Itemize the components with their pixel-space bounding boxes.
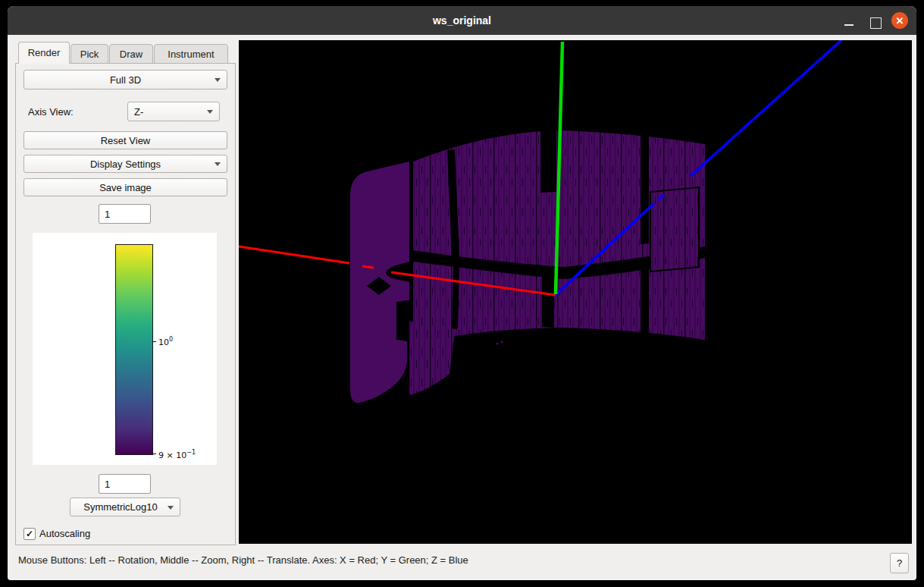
maximize-button[interactable] bbox=[870, 17, 882, 29]
axis-view-label: Axis View: bbox=[28, 106, 74, 118]
chevron-down-icon bbox=[207, 110, 213, 114]
minimize-icon bbox=[844, 24, 854, 26]
axis-view-select[interactable]: Z- bbox=[127, 102, 220, 121]
reset-view-label: Reset View bbox=[101, 135, 151, 146]
status-bar: Mouse Buttons: Left -- Rotation, Middle … bbox=[8, 545, 916, 580]
colorbar-tick-lower: 9 × 10−1 bbox=[158, 449, 196, 460]
minimize-button[interactable] bbox=[842, 17, 856, 27]
colorbar-tick-upper: 100 bbox=[158, 336, 173, 347]
tab-bar: Render Pick Draw Instrument bbox=[18, 42, 229, 64]
chevron-down-icon bbox=[215, 78, 221, 82]
instrument-model bbox=[350, 130, 705, 403]
tab-render[interactable]: Render bbox=[18, 42, 70, 64]
window-title: ws_original bbox=[8, 6, 916, 35]
scale-type-value: SymmetricLog10 bbox=[83, 501, 158, 513]
autoscaling-label: Autoscaling bbox=[39, 528, 90, 539]
axis-view-value: Z- bbox=[134, 106, 143, 118]
tab-instrument[interactable]: Instrument bbox=[154, 44, 228, 64]
instrument-scene bbox=[239, 40, 912, 544]
tab-render-label: Render bbox=[28, 47, 61, 58]
help-button[interactable]: ? bbox=[890, 553, 909, 573]
scale-max-input[interactable]: 1 bbox=[99, 204, 151, 224]
colorbar-tick-mark bbox=[152, 341, 156, 342]
tab-draw[interactable]: Draw bbox=[109, 44, 153, 64]
tab-pick-label: Pick bbox=[80, 49, 99, 60]
chevron-down-icon bbox=[168, 506, 174, 510]
scale-type-select[interactable]: SymmetricLog10 bbox=[70, 498, 180, 516]
scale-max-value: 1 bbox=[105, 209, 110, 220]
help-button-label: ? bbox=[897, 557, 902, 569]
projection-value: Full 3D bbox=[110, 74, 141, 86]
projection-select[interactable]: Full 3D bbox=[23, 70, 227, 89]
tab-instrument-label: Instrument bbox=[168, 49, 214, 60]
title-bar[interactable]: ws_original ✕ bbox=[8, 6, 916, 35]
tab-draw-label: Draw bbox=[120, 49, 143, 60]
save-image-button[interactable]: Save image bbox=[23, 178, 227, 196]
save-image-label: Save image bbox=[99, 182, 152, 193]
colorbar-tick-mark bbox=[152, 454, 156, 454]
scale-min-value: 1 bbox=[105, 479, 110, 490]
status-message: Mouse Buttons: Left -- Rotation, Middle … bbox=[18, 554, 468, 566]
display-settings-button[interactable]: Display Settings bbox=[23, 155, 227, 173]
instrument-view-window: ws_original ✕ Render Pick Draw Instrumen… bbox=[8, 6, 916, 580]
scale-min-input[interactable]: 1 bbox=[99, 474, 151, 494]
tab-pick[interactable]: Pick bbox=[70, 44, 108, 64]
3d-viewport[interactable] bbox=[239, 40, 912, 544]
display-settings-label: Display Settings bbox=[90, 159, 161, 170]
chevron-down-icon bbox=[215, 162, 221, 166]
colorbar-gradient[interactable] bbox=[115, 244, 153, 455]
colorbar-panel: 100 9 × 10−1 bbox=[33, 233, 217, 465]
close-button[interactable]: ✕ bbox=[891, 12, 908, 29]
close-icon: ✕ bbox=[896, 15, 904, 27]
reset-view-button[interactable]: Reset View bbox=[23, 131, 227, 149]
autoscaling-checkbox[interactable] bbox=[23, 528, 36, 540]
